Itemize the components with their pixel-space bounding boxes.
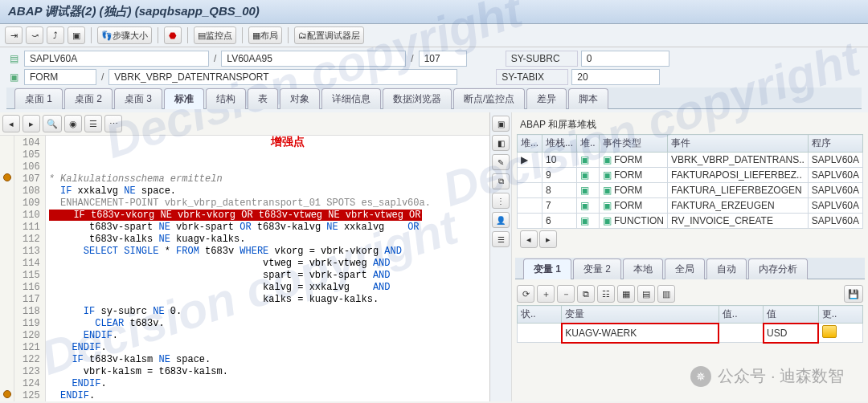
code-line[interactable]: t683v-kalks NE kuagv-kalks. [49, 234, 486, 246]
stack-col-header[interactable]: 程序 [808, 135, 862, 153]
var-tab-全局[interactable]: 全局 [665, 258, 705, 279]
include-program-field[interactable]: LV60AA95 [221, 51, 406, 67]
code-line[interactable]: vtweg = vbrk-vtweg AND [49, 258, 486, 270]
var-grid-icon[interactable]: ▦ [617, 285, 635, 303]
var-copy-icon[interactable]: ⧉ [577, 285, 595, 303]
stack-col-header[interactable]: 堆.. [577, 135, 600, 153]
main-program-field[interactable]: SAPLV60A [24, 51, 209, 67]
tool-icon[interactable]: ▣ [492, 116, 510, 132]
code-line[interactable]: ENDIF. [49, 390, 486, 401]
pencil-icon[interactable] [822, 325, 837, 338]
stack-row[interactable]: 9▣▣ FORMFAKTURAPOSI_LIEFERBEZ..SAPLV60A [518, 168, 863, 183]
breakpoint-icon[interactable] [3, 390, 11, 398]
config-layer-button[interactable]: 🗂 配置调试器层 [294, 26, 364, 44]
code-area[interactable]: 104 105 106 107 108 109 110 111 112 113 … [0, 136, 489, 401]
code-lines[interactable]: 增强点 * Kalkulationsschema ermitteln IF xx… [46, 136, 489, 401]
stack-col-header[interactable]: 堆... [518, 135, 542, 153]
tab-结构[interactable]: 结构 [206, 88, 246, 109]
tool-icon[interactable]: ⧉ [492, 173, 510, 189]
code-line[interactable]: IF xxkalvg NE space. [49, 185, 486, 197]
tab-数据浏览器[interactable]: 数据浏览器 [383, 88, 452, 109]
var-tab-变量 2[interactable]: 变量 2 [573, 258, 621, 279]
tab-桌面 3[interactable]: 桌面 3 [114, 88, 162, 109]
var-tab-自动[interactable]: 自动 [706, 258, 747, 279]
bp-toggle-icon[interactable]: ◉ [64, 115, 82, 132]
watchpoint-button[interactable]: ▤ 监控点 [194, 26, 236, 44]
stack-row[interactable]: ▶10▣▣ FORMVBRK_VBRP_DATENTRANS..SAPLV60A [518, 153, 863, 168]
stack-row[interactable]: 7▣▣ FORMFAKTURA_ERZEUGENSAPLV60A [518, 198, 863, 214]
call-stack-table[interactable]: 堆...堆栈...堆..事件类型事件程序 ▶10▣▣ FORMVBRK_VBRP… [517, 134, 863, 229]
tab-表[interactable]: 表 [248, 88, 278, 109]
layout-button[interactable]: ▦ 布局 [248, 26, 282, 44]
step-into-icon[interactable]: ⇥ [5, 26, 23, 44]
tab-详细信息[interactable]: 详细信息 [321, 88, 381, 109]
variable-row[interactable]: KUAGV-WAERKUSD [518, 324, 863, 343]
code-line[interactable]: IF t683v-vkorg NE vbrk-vkorg OR t683v-vt… [49, 210, 486, 222]
var-col-header[interactable]: 更.. [818, 306, 862, 324]
var-tree-icon[interactable]: ☷ [597, 285, 615, 303]
tab-差异[interactable]: 差异 [526, 88, 567, 109]
code-line[interactable]: ENHANCEMENT-POINT vbrk_vbrp_datentranspo… [49, 197, 486, 210]
breakpoint-gutter[interactable] [0, 136, 14, 401]
var-sort-icon[interactable]: ▤ [637, 285, 655, 303]
tab-断点/监控点[interactable]: 断点/监控点 [453, 88, 525, 109]
scroll-right-icon[interactable]: ▸ [539, 230, 557, 248]
var-col-header[interactable]: 值.. [719, 306, 763, 324]
code-line[interactable]: kalks = kuagv-kalks. [49, 294, 486, 306]
step-size-button[interactable]: 👣 步骤大小 [97, 26, 152, 44]
line-number-field[interactable]: 107 [419, 51, 467, 67]
tab-对象[interactable]: 对象 [280, 88, 320, 109]
code-line[interactable]: ENDIF. [49, 342, 486, 354]
code-line[interactable]: IF sy-subrc NE 0. [49, 306, 486, 318]
more-icon[interactable]: ☰ [84, 115, 102, 132]
var-col-header[interactable]: 变量 [562, 306, 719, 324]
var-save-icon[interactable]: 💾 [844, 285, 863, 303]
code-line[interactable]: ENDIF. [49, 330, 486, 342]
var-col-header[interactable]: 值 [764, 306, 819, 324]
scroll-left-icon[interactable]: ◂ [520, 230, 538, 248]
continue-icon[interactable]: ▣ [68, 26, 85, 44]
var-name[interactable]: KUAGV-WAERK [562, 324, 719, 343]
code-line[interactable]: SELECT SINGLE * FROM t683v WHERE vkorg =… [49, 246, 486, 258]
var-edit[interactable] [818, 324, 862, 343]
tool-icon[interactable]: ◧ [492, 135, 510, 151]
find-icon[interactable]: 🔍 [43, 115, 62, 132]
code-line[interactable]: IF t683v-kalsm NE space. [49, 354, 486, 366]
var-del-icon[interactable]: － [557, 285, 575, 303]
var-sort-icon[interactable]: ▥ [657, 285, 675, 303]
nav-back-icon[interactable]: ◂ [2, 115, 20, 132]
var-refresh-icon[interactable]: ⟳ [517, 285, 534, 303]
stack-row[interactable]: 6▣▣ FUNCTIONRV_INVOICE_CREATESAPLV60A [518, 214, 863, 229]
more-icon[interactable]: ⋯ [104, 115, 122, 132]
var-col-header[interactable]: 状.. [518, 306, 562, 324]
var-value[interactable]: USD [764, 324, 819, 343]
var-add-icon[interactable]: ＋ [537, 285, 555, 303]
var-tab-内存分析[interactable]: 内存分析 [748, 258, 808, 279]
tool-icon[interactable]: 👤 [492, 212, 510, 228]
code-line[interactable]: CLEAR t683v. [49, 318, 486, 330]
variable-table[interactable]: 状..变量值..值更.. KUAGV-WAERKUSD [517, 305, 863, 343]
code-line[interactable]: spart = vbrk-spart AND [49, 270, 486, 282]
tool-icon[interactable]: ⋮ [492, 193, 510, 209]
code-line[interactable]: vbrk-kalsm = t683v-kalsm. [49, 366, 486, 378]
var-tab-本地[interactable]: 本地 [623, 258, 663, 279]
tool-icon[interactable]: ✎ [492, 154, 510, 170]
stack-row[interactable]: 8▣▣ FORMFAKTURA_LIEFERBEZOGENSAPLV60A [518, 183, 863, 198]
nav-fwd-icon[interactable]: ▸ [23, 115, 40, 132]
stack-col-header[interactable]: 事件 [668, 135, 809, 153]
stack-col-header[interactable]: 堆栈... [542, 135, 577, 153]
step-out-icon[interactable]: ⤴ [47, 26, 64, 44]
step-over-icon[interactable]: ⤻ [26, 26, 43, 44]
tab-脚本[interactable]: 脚本 [568, 88, 608, 109]
tab-桌面 1[interactable]: 桌面 1 [14, 88, 63, 109]
tab-标准[interactable]: 标准 [164, 88, 204, 109]
code-line[interactable]: t683v-spart NE vbrk-spart OR t683v-kalvg… [49, 222, 486, 234]
event-name-field[interactable]: VBRK_VBRP_DATENTRANSPORT [108, 69, 457, 85]
code-line[interactable]: * Kalkulationsschema ermitteln [49, 173, 486, 185]
stack-col-header[interactable]: 事件类型 [599, 135, 667, 153]
code-line[interactable]: kalvg = xxkalvg AND [49, 282, 486, 294]
tab-桌面 2[interactable]: 桌面 2 [64, 88, 113, 109]
event-kind-field[interactable]: FORM [24, 69, 96, 85]
code-line[interactable]: ENDIF. [49, 378, 486, 390]
var-tab-变量 1[interactable]: 变量 1 [523, 258, 571, 279]
